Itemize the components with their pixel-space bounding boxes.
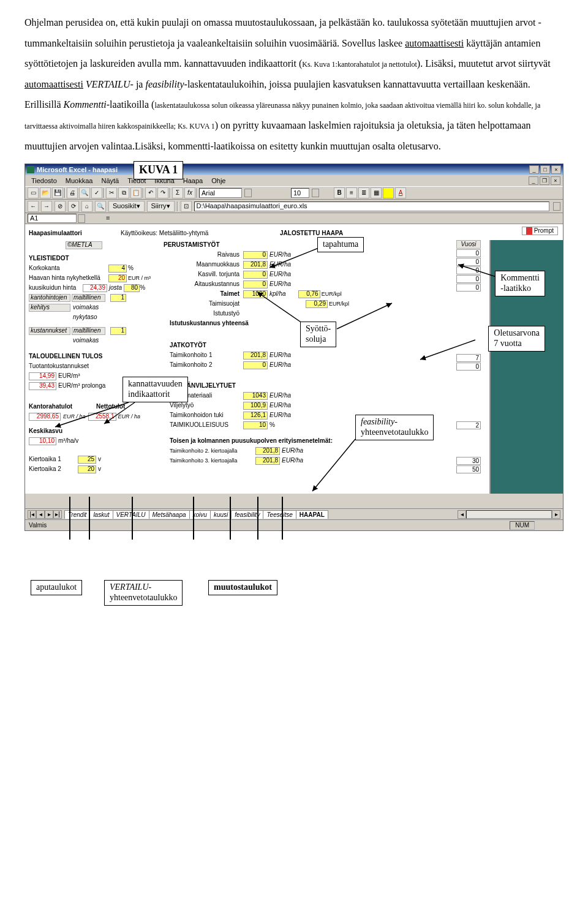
menu-tiedosto[interactable]: Tiedosto [28, 177, 61, 185]
border-icon[interactable]: ▦ [371, 187, 382, 198]
unit-label: v [98, 465, 101, 473]
sheet-tab[interactable]: feasibility [231, 510, 263, 519]
back-icon[interactable]: ← [28, 201, 39, 212]
font-color-icon[interactable]: A [395, 187, 406, 198]
dropdown-icon[interactable] [553, 202, 560, 211]
tab-nav-last[interactable]: ▸| [53, 510, 62, 519]
tab-nav-first[interactable]: |◂ [28, 510, 36, 519]
tab-nav-prev[interactable]: ◂ [36, 510, 45, 519]
search-icon[interactable]: 🔍 [95, 201, 106, 212]
minimize-button[interactable]: _ [529, 165, 539, 174]
input-cell[interactable]: 80 [124, 284, 140, 292]
doc-close-button[interactable]: × [551, 176, 560, 185]
input-cell[interactable]: 20 [78, 465, 96, 473]
new-icon[interactable]: ▭ [28, 187, 39, 198]
save-icon[interactable]: 💾 [52, 187, 63, 198]
sheet-tab[interactable]: Teeseitse [263, 510, 296, 519]
output-cell: 10,10 [29, 437, 56, 445]
connector-line [89, 497, 90, 540]
metla-label: ©METLA [66, 241, 102, 249]
italic-text: Kommentti [64, 99, 107, 110]
address-field[interactable]: D:\Haapa\haapasimulaattori_euro.xls [194, 201, 549, 211]
scrollbar[interactable] [466, 510, 552, 519]
menu-nayta[interactable]: Näytä [97, 177, 123, 185]
align-icon[interactable]: ≡ [346, 187, 357, 198]
name-box[interactable]: A1 [28, 214, 77, 223]
sheet-tab[interactable]: laskut [89, 510, 113, 519]
spell-icon[interactable]: ✓ [91, 187, 102, 198]
redo-icon[interactable]: ↷ [157, 187, 168, 198]
section-heading: YLEISTIEDOT [29, 255, 69, 262]
forward-icon[interactable]: → [41, 201, 52, 212]
input-cell[interactable]: 10 [243, 421, 268, 429]
callout-kannattavuus: kannattavuuden indikaattorit [123, 377, 188, 402]
refresh-icon[interactable]: ⟳ [68, 201, 79, 212]
input-cell[interactable]: 201,8 [255, 457, 280, 465]
undo-icon[interactable]: ↶ [145, 187, 156, 198]
doc-restore-button[interactable]: ❐ [540, 176, 549, 185]
input-cell[interactable]: 100,9 [243, 402, 268, 410]
menu-haapa[interactable]: Haapa [179, 177, 206, 185]
close-button[interactable]: × [551, 165, 561, 174]
print-icon[interactable]: 🖨 [67, 187, 78, 198]
field-label: kustannukset [29, 327, 70, 335]
align-icon[interactable]: ≣ [358, 187, 369, 198]
scroll-right-button[interactable]: ▸ [552, 510, 560, 519]
stop-icon[interactable]: ⊘ [55, 201, 66, 212]
callout-tapahtuma: tapahtuma [317, 237, 364, 252]
output-cell: 0 [456, 249, 481, 257]
equals-label: = [106, 214, 110, 222]
field-label: Maanmuokkaus [170, 261, 243, 268]
menu-muokkaa[interactable]: Muokkaa [62, 177, 97, 185]
section-heading: JATKOTYÖT [170, 342, 206, 349]
body-text: Ohjelman perusidea on, että kukin puulaj… [24, 12, 564, 156]
sheet-tab[interactable]: kuusi [210, 510, 232, 519]
excel-icon [27, 166, 34, 173]
go-button[interactable]: Siirry ▾ [147, 201, 175, 212]
input-cell[interactable]: 126,1 [243, 412, 268, 420]
tab-nav-next[interactable]: ▸ [45, 510, 53, 519]
copy-icon[interactable]: ⧉ [118, 187, 129, 198]
sheet-tab[interactable]: Trendit [64, 510, 90, 519]
input-cell[interactable]: 1043 [243, 392, 268, 400]
field-label: Kasvill. torjunta [170, 271, 243, 278]
input-cell[interactable]: 201,8 [255, 447, 280, 455]
dropdown-icon[interactable] [312, 189, 319, 197]
para-text: - ja [130, 79, 146, 89]
sum-icon[interactable]: Σ [172, 187, 183, 198]
input-cell[interactable]: 25 [78, 456, 96, 464]
fx-icon[interactable]: fx [184, 187, 195, 198]
input-cell[interactable]: 1 [110, 327, 126, 335]
folder-icon[interactable]: ⊡ [181, 201, 192, 212]
callout-line: Kommentti [500, 273, 540, 284]
formula-bar: A1 = [25, 213, 563, 224]
open-icon[interactable]: 📂 [40, 187, 51, 198]
dropdown-icon[interactable] [78, 214, 85, 223]
home-icon[interactable]: ⌂ [81, 201, 92, 212]
sheet-tab[interactable]: Metsähaapa [149, 510, 190, 519]
bold-icon[interactable]: B [334, 187, 345, 198]
input-cell[interactable]: 20 [108, 274, 127, 282]
input-cell[interactable]: 201,8 [243, 352, 268, 360]
input-cell[interactable]: 1 [110, 294, 126, 302]
fontsize-combo[interactable]: 10 [291, 188, 309, 198]
screenshot-figure: KUVA 1 Microsoft Excel - haapasi _ □ × T… [24, 164, 564, 568]
preview-icon[interactable]: 🔍 [79, 187, 90, 198]
input-cell[interactable]: 0 [243, 361, 268, 369]
fill-color-icon[interactable] [383, 187, 394, 198]
sheet-tab-active[interactable]: HAAPAL [296, 510, 328, 519]
scroll-left-button[interactable]: ◂ [458, 510, 466, 519]
font-combo[interactable]: Arial [199, 188, 242, 198]
prompt-button[interactable]: Prompt [522, 227, 558, 235]
menu-ohje[interactable]: Ohje [208, 177, 229, 185]
sheet-tab[interactable]: VERTAILU [113, 510, 149, 519]
input-cell[interactable]: 4 [108, 265, 127, 273]
paste-icon[interactable]: 📋 [130, 187, 141, 198]
favorites-button[interactable]: Suosikit ▾ [108, 201, 145, 212]
sheet-tab[interactable]: koivu [189, 510, 211, 519]
cut-icon[interactable]: ✂ [106, 187, 117, 198]
doc-minimize-button[interactable]: _ [529, 176, 538, 185]
dropdown-icon[interactable] [244, 189, 252, 197]
field-label: kehitys [29, 304, 70, 312]
maximize-button[interactable]: □ [540, 165, 550, 174]
